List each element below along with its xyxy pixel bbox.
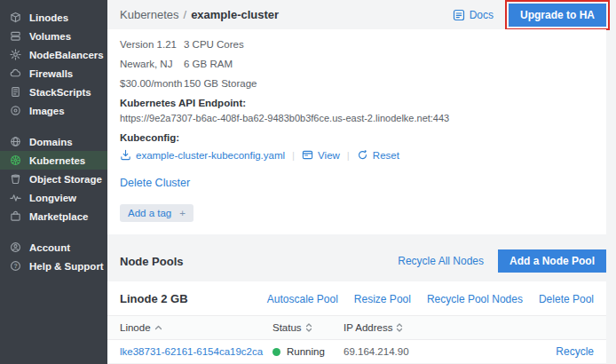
- sidebar-item-help-support[interactable]: ? Help & Support: [0, 257, 107, 275]
- recycle-all-nodes-link[interactable]: Recycle All Nodes: [398, 255, 484, 267]
- cube-icon: [10, 12, 21, 23]
- topbar-actions: Docs Upgrade to HA: [453, 0, 610, 30]
- summary-row: Newark, NJ 6 GB RAM: [120, 59, 594, 69]
- briefcase-icon: [10, 210, 21, 222]
- node-pools-header: Node Pools Recycle All Nodes Add a Node …: [107, 234, 606, 281]
- cluster-version: Version 1.21: [120, 39, 184, 50]
- add-node-pool-button[interactable]: Add a Node Pool: [498, 249, 606, 273]
- upgrade-to-ha-button[interactable]: Upgrade to HA: [509, 4, 606, 27]
- download-icon: [120, 149, 131, 161]
- sidebar-item-stackscripts[interactable]: StackScripts: [0, 83, 107, 101]
- sidebar-item-object-storage[interactable]: Object Storage: [0, 170, 107, 188]
- node-status: Running: [272, 346, 344, 357]
- pulse-icon: [10, 192, 21, 203]
- help-icon: ?: [10, 260, 21, 272]
- pool-name: Linode 2 GB: [120, 292, 188, 305]
- separator: |: [347, 150, 350, 161]
- sidebar-item-label: StackScripts: [29, 87, 91, 98]
- node-link[interactable]: lke38731-62161-6154ca19c2ca: [120, 346, 272, 357]
- volumes-icon: [10, 30, 21, 42]
- sidebar-item-images[interactable]: Images: [0, 101, 107, 120]
- table-header: Linode Status IP Address: [107, 315, 606, 340]
- breadcrumb-separator: /: [184, 8, 187, 21]
- summary-row: Version 1.21 3 CPU Cores: [120, 39, 594, 50]
- status-dot: [272, 348, 280, 356]
- sidebar-item-marketplace[interactable]: Marketplace: [0, 207, 107, 226]
- autoscale-pool-link[interactable]: Autoscale Pool: [267, 293, 338, 305]
- sidebar-item-longview[interactable]: Longview: [0, 188, 107, 207]
- kubeconfig-filename: example-cluster-kubeconfig.yaml: [136, 150, 285, 161]
- breadcrumb-section[interactable]: Kubernetes: [120, 8, 179, 21]
- sidebar-item-kubernetes[interactable]: Kubernetes: [0, 151, 107, 170]
- main-content: Kubernetes / example-cluster Docs Upgrad…: [107, 0, 616, 364]
- topbar: Kubernetes / example-cluster Docs Upgrad…: [107, 0, 616, 29]
- node-row: lke38731-62161-6154ca19c2ca Running 69.1…: [107, 340, 606, 364]
- sidebar-item-nodebalancers[interactable]: NodeBalancers: [0, 45, 107, 64]
- api-endpoint-label: Kubernetes API Endpoint:: [120, 98, 594, 108]
- node-pools-heading: Node Pools: [120, 255, 184, 268]
- breadcrumb-current: example-cluster: [191, 8, 279, 21]
- sidebar-item-account[interactable]: Account: [0, 238, 107, 257]
- sidebar-item-firewalls[interactable]: Firewalls: [0, 64, 107, 83]
- account-icon: [10, 241, 21, 253]
- recycle-node-link[interactable]: Recycle: [556, 345, 594, 358]
- sidebar-item-label: Kubernetes: [29, 155, 85, 166]
- column-label: Linode: [120, 322, 151, 333]
- add-tag-chip[interactable]: Add a tag +: [120, 204, 193, 222]
- delete-pool-link[interactable]: Delete Pool: [539, 293, 594, 305]
- sidebar: Linodes Volumes NodeBalancers Firewalls …: [0, 0, 107, 364]
- nodebalancer-icon: [10, 49, 21, 60]
- column-label: IP Address: [344, 322, 392, 333]
- plus-icon: +: [175, 204, 193, 222]
- column-header-status[interactable]: Status: [272, 322, 344, 333]
- cluster-storage: 150 GB Storage: [184, 78, 257, 89]
- pool-actions: Autoscale Pool Resize Pool Recycle Pool …: [267, 293, 594, 305]
- resize-pool-link[interactable]: Resize Pool: [354, 293, 411, 305]
- status-label: Running: [287, 346, 325, 357]
- column-header-ip[interactable]: IP Address: [344, 322, 532, 333]
- add-tag-label: Add a tag: [120, 204, 175, 222]
- separator: |: [292, 150, 295, 161]
- sidebar-item-label: Images: [29, 106, 65, 116]
- cluster-price: $30.00/month: [120, 78, 184, 89]
- kubeconfig-view-link[interactable]: View: [302, 149, 340, 161]
- cluster-ram: 6 GB RAM: [184, 59, 233, 69]
- reset-icon: [357, 149, 368, 161]
- sidebar-item-label: Linodes: [29, 12, 68, 23]
- sidebar-item-label: NodeBalancers: [29, 50, 104, 60]
- sidebar-item-linodes[interactable]: Linodes: [0, 8, 107, 27]
- sort-both-icon: [396, 323, 403, 332]
- svg-text:?: ?: [13, 263, 17, 269]
- view-label: View: [318, 150, 340, 161]
- sidebar-item-label: Account: [29, 242, 70, 253]
- sidebar-group-divider: [0, 120, 107, 132]
- cluster-cpu: 3 CPU Cores: [184, 39, 244, 50]
- app-window: Linodes Volumes NodeBalancers Firewalls …: [0, 0, 616, 364]
- disc-icon: [10, 105, 21, 116]
- docs-label: Docs: [470, 9, 494, 21]
- sidebar-item-label: Domains: [29, 137, 73, 147]
- docs-link[interactable]: Docs: [453, 9, 494, 21]
- kubeconfig-reset-link[interactable]: Reset: [357, 149, 399, 161]
- bucket-icon: [10, 173, 21, 185]
- sidebar-item-label: Firewalls: [29, 68, 73, 79]
- summary-row: $30.00/month 150 GB Storage: [120, 78, 594, 89]
- recycle-pool-nodes-link[interactable]: Recycle Pool Nodes: [427, 293, 523, 305]
- sidebar-item-label: Volumes: [29, 31, 71, 42]
- node-ip: 69.164.214.90: [344, 346, 532, 357]
- column-header-linode[interactable]: Linode: [120, 322, 272, 333]
- globe-icon: [10, 136, 21, 147]
- script-icon: [10, 86, 21, 98]
- api-endpoint-url: https://9e2a7307-b6ac-408f-ba62-9483b0b3…: [120, 113, 594, 123]
- kubeconfig-download-link[interactable]: example-cluster-kubeconfig.yaml: [120, 149, 285, 161]
- sidebar-item-volumes[interactable]: Volumes: [0, 27, 107, 45]
- cluster-summary-panel: Version 1.21 3 CPU Cores Newark, NJ 6 GB…: [107, 29, 606, 234]
- sidebar-item-domains[interactable]: Domains: [0, 132, 107, 151]
- upgrade-annotation-box: Upgrade to HA: [505, 0, 610, 30]
- cluster-region: Newark, NJ: [120, 59, 184, 69]
- sidebar-item-label: Marketplace: [29, 211, 88, 222]
- node-pools-actions: Recycle All Nodes Add a Node Pool: [398, 249, 606, 273]
- delete-cluster-button[interactable]: Delete Cluster: [120, 177, 190, 189]
- sort-both-icon: [305, 323, 312, 332]
- sidebar-item-label: Object Storage: [29, 174, 102, 185]
